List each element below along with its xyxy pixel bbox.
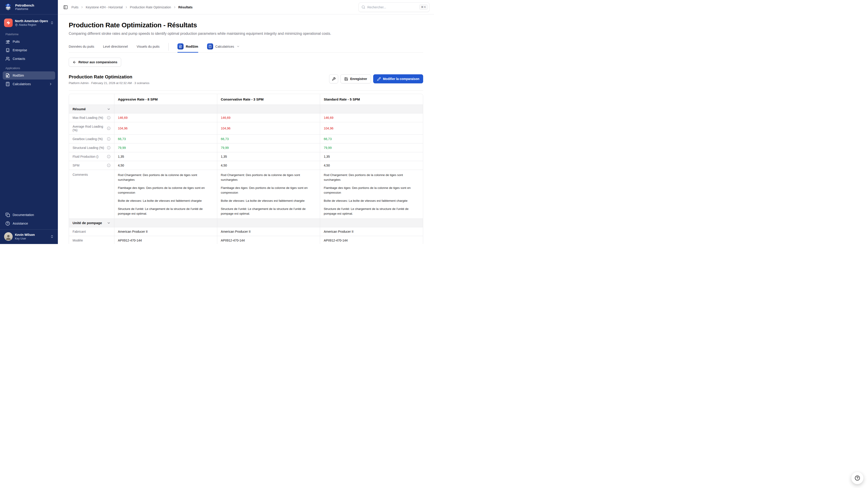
sidebar-item-label: Documentation [13,213,53,217]
comment-paragraph: Structure de l'unité: Le chargement de l… [118,207,213,216]
map-pin-icon [15,24,18,26]
breadcrumb-item-keystone-2h-horizontal[interactable]: Keystone #2H - Horizontal [86,5,123,9]
metric-value: 4,50 [221,164,227,167]
wrench-icon [332,77,336,81]
brand-subtitle: Plateforme [15,7,34,11]
documentation-icon [5,213,10,217]
org-switcher[interactable]: North American Opera Alaska Region [3,17,55,29]
table-corner-cell [69,94,114,105]
value-cell: Rod Chargement: Des portions de la colon… [217,170,320,219]
row-label-cell: Max Rod Loading (%) [69,113,114,122]
table-row-max-rod-loading: Max Rod Loading (%)146,69146,69146,69 [69,113,423,122]
rodsim-icon [179,45,182,48]
table-header-row: Aggressive Rate - 8 SPMConservative Rate… [69,94,423,105]
contacts-icon [5,57,10,61]
section-empty-cell [217,105,320,113]
value-cell: 104,96 [114,122,217,135]
user-menu[interactable]: Kevin Wilson Key User [0,229,58,244]
topbar: PuitsKeystone #2H - HorizontalProduction… [58,0,434,14]
sidebar-item-label: Contacts [13,57,53,61]
comment-paragraph: Flambage des tiges: Des portions de la c… [324,186,419,195]
edit-comparison-button[interactable]: Modifier la comparaison [373,74,423,84]
comment-paragraph: Rod Chargement: Des portions de la colon… [324,173,419,182]
info-icon [107,146,111,150]
row-label-text: Gearbox Loading (%) [72,137,103,141]
comment-paragraph: Boîte de vitesses: La boîte de vitesses … [221,199,316,203]
section-empty-cell [114,105,217,113]
metric-value: 104,96 [324,127,333,130]
table-row-structural-loading: Structural Loading (%)79,9979,9979,99 [69,143,423,152]
metric-value: APII912-470-144 [324,238,348,242]
value-cell: 79,99 [217,143,320,152]
row-label-text: Structural Loading (%) [72,146,104,150]
sidebar-item-rodsim[interactable]: RodSim [3,71,55,79]
sidebar-item-puits[interactable]: Puits [3,37,55,46]
search-box[interactable]: ⌘ K [359,2,430,12]
value-cell: 104,96 [320,122,423,135]
metric-value: 79,99 [118,146,126,150]
value-cell: 4,50 [320,161,423,170]
nav-section-label-applications: Applications [3,63,55,71]
chevrons-up-down-icon [50,235,54,238]
save-button[interactable]: Enregistrer [340,74,371,84]
metric-value: 146,69 [118,116,128,120]
rodsim-icon [5,73,10,78]
value-cell: 66,73 [320,135,423,143]
org-name: North American Opera [15,19,48,23]
sidebar-nav: PlateformePuitsEntrepriseContactsApplica… [0,29,58,211]
metric-value: 4,50 [324,164,330,167]
table-row-fabricant: FabricantAmerican Producer IIAmerican Pr… [69,227,423,236]
comparison-titles: Production Rate Optimization Platform Ad… [69,74,149,85]
row-label-text: Modèle [72,238,83,242]
metric-value: 66,73 [118,137,126,141]
back-to-comparisons-button[interactable]: Retour aux comparaisons [69,58,121,67]
section-title-cell: Résumé [69,105,114,113]
comment-paragraph: Structure de l'unité: Le chargement de l… [221,207,316,216]
svg-text:P: P [7,4,9,6]
search-shortcut-badge: ⌘ K [419,4,428,10]
row-label-cell: Comments [69,170,114,219]
scenario-column-label: Aggressive Rate - 8 SPM [118,97,158,101]
sidebar-toggle-icon[interactable] [63,5,68,9]
tab-donn-es-du-puits[interactable]: Données du puits [69,42,94,51]
row-label-text: Comments [72,173,88,176]
breadcrumb: PuitsKeystone #2H - HorizontalProduction… [71,5,355,9]
tab-calculatrices[interactable]: Calculatrices [207,41,240,53]
sidebar-item-documentation[interactable]: Documentation [3,211,55,219]
sidebar-footer-items: DocumentationAssistance [3,211,55,228]
scenario-column-header: Aggressive Rate - 8 SPM [114,94,217,105]
breadcrumb-item-production-rate-optimization[interactable]: Production Rate Optimization [130,5,171,9]
section-title-label: Résumé [72,107,86,111]
sidebar-item-assistance[interactable]: Assistance [3,219,55,228]
search-input[interactable] [367,5,417,9]
brand-texts: PetroBench Plateforme [15,3,34,11]
tools-button[interactable] [329,74,338,84]
value-cell: American Producer II [320,227,423,236]
scenario-column-header: Conservative Rate - 3 SPM [217,94,320,105]
tab-rodsim[interactable]: RodSim [178,41,198,53]
sidebar-item-entreprise[interactable]: Entreprise [3,46,55,54]
table-row-mod-le: ModèleAPII912-470-144APII912-470-144APII… [69,236,423,244]
tab-label: Visuels du puits [137,45,160,48]
value-cell: American Producer II [114,227,217,236]
sidebar-item-contacts[interactable]: Contacts [3,55,55,63]
value-cell: 79,99 [114,143,217,152]
page-title: Production Rate Optimization - Résultats [69,21,423,29]
section-title-label: Unité de pompage [72,221,102,225]
page-content: Production Rate Optimization - Résultats… [58,14,434,244]
back-row: Retour aux comparaisons [69,58,423,67]
sidebar-item-calculatrices[interactable]: Calculatrices [3,80,55,88]
row-label: Gearbox Loading (%) [72,137,111,141]
comparison-header: Production Rate Optimization Platform Ad… [69,74,423,85]
save-button-label: Enregistrer [350,77,367,80]
metric-value: APII912-470-144 [118,238,142,242]
row-label-cell: Fabricant [69,227,114,236]
calculator-icon [5,82,10,86]
section-title-cell: Unité de pompage [69,219,114,227]
tab-lev-directionnel[interactable]: Levé directionnel [103,42,128,51]
table-section-row-r-sum[interactable]: Résumé [69,105,423,113]
tab-visuels-du-puits[interactable]: Visuels du puits [137,42,160,51]
table-section-row-unit-de-pompage[interactable]: Unité de pompage [69,219,423,227]
info-icon [107,116,111,120]
breadcrumb-item-puits[interactable]: Puits [71,5,79,9]
